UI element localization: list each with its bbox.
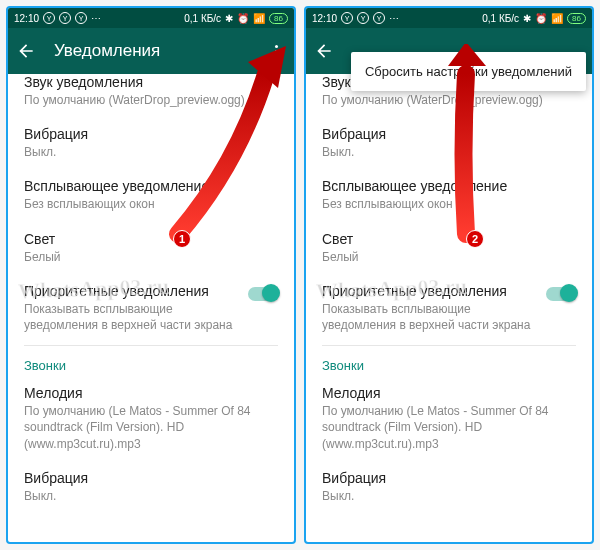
back-icon[interactable] [16, 41, 36, 61]
bluetooth-icon: ✱ [523, 13, 531, 24]
phone-left: 12:10 Y Y Y ⋯ 0,1 КБ/с ✱ ⏰ 📶 86 Уведомле… [6, 6, 296, 544]
annotation-badge-1: 1 [173, 230, 191, 248]
row-ringtone[interactable]: Мелодия По умолчанию (Le Matos - Summer … [24, 375, 278, 460]
priority-toggle[interactable] [248, 287, 278, 301]
row-sub: По умолчанию (WaterDrop_preview.ogg) [322, 92, 576, 108]
row-sub: По умолчанию (Le Matos - Summer Of 84 so… [24, 403, 278, 452]
row-sub: Показывать всплывающие уведомления в вер… [24, 301, 238, 333]
row-popup-notification[interactable]: Всплывающее уведомление Без всплывающих … [24, 168, 278, 220]
row-sub: Выкл. [24, 488, 278, 504]
row-priority-notifications[interactable]: Приоритетные уведомления Показывать вспл… [24, 273, 278, 341]
signal-icon: 📶 [551, 13, 563, 24]
row-sub: Выкл. [322, 144, 576, 160]
status-icon: Y [43, 12, 55, 24]
status-ellipsis: ⋯ [91, 13, 101, 24]
alarm-icon: ⏰ [535, 13, 547, 24]
settings-list: Звук уведомления По умолчанию (WaterDrop… [8, 74, 294, 542]
section-header-calls: Звонки [24, 348, 278, 375]
row-priority-notifications[interactable]: Приоритетные уведомления Показывать вспл… [322, 273, 576, 341]
row-vibration[interactable]: Вибрация Выкл. [322, 116, 576, 168]
status-net-speed: 0,1 КБ/с [184, 13, 221, 24]
signal-icon: 📶 [253, 13, 265, 24]
row-label: Всплывающее уведомление [322, 178, 576, 194]
page-title: Уведомления [54, 41, 160, 61]
status-time: 12:10 [312, 13, 337, 24]
overflow-menu-button[interactable] [266, 41, 286, 61]
row-vibration-calls[interactable]: Вибрация Выкл. [24, 460, 278, 512]
row-label: Вибрация [24, 470, 278, 486]
back-icon[interactable] [314, 41, 334, 61]
row-label: Вибрация [322, 470, 576, 486]
row-ringtone[interactable]: Мелодия По умолчанию (Le Matos - Summer … [322, 375, 576, 460]
row-label: Приоритетные уведомления [322, 283, 536, 299]
settings-list: Звук уведомления По умолчанию (WaterDrop… [306, 74, 592, 542]
status-bar: 12:10 Y Y Y ⋯ 0,1 КБ/с ✱ ⏰ 📶 86 [306, 8, 592, 28]
app-bar: Сбросить настройки уведомлений [306, 28, 592, 74]
divider [24, 345, 278, 346]
row-sub: Без всплывающих окон [24, 196, 278, 212]
alarm-icon: ⏰ [237, 13, 249, 24]
status-icon: Y [341, 12, 353, 24]
row-sub: Белый [322, 249, 576, 265]
status-icon: Y [373, 12, 385, 24]
status-icon: Y [357, 12, 369, 24]
battery-icon: 86 [269, 13, 288, 24]
row-vibration[interactable]: Вибрация Выкл. [24, 116, 278, 168]
priority-toggle[interactable] [546, 287, 576, 301]
app-bar: Уведомления [8, 28, 294, 74]
bluetooth-icon: ✱ [225, 13, 233, 24]
row-light[interactable]: Свет Белый [24, 221, 278, 273]
row-popup-notification[interactable]: Всплывающее уведомление Без всплывающих … [322, 168, 576, 220]
row-sub: Показывать всплывающие уведомления в вер… [322, 301, 536, 333]
row-sub: Без всплывающих окон [322, 196, 576, 212]
row-sub: По умолчанию (WaterDrop_preview.ogg) [24, 92, 278, 108]
row-label: Мелодия [24, 385, 278, 401]
row-label: Звук уведомления [24, 74, 278, 90]
annotation-badge-2: 2 [466, 230, 484, 248]
row-label: Свет [322, 231, 576, 247]
section-header-calls: Звонки [322, 348, 576, 375]
row-label: Вибрация [24, 126, 278, 142]
phone-right: 12:10 Y Y Y ⋯ 0,1 КБ/с ✱ ⏰ 📶 86 Сбросить… [304, 6, 594, 544]
status-icon: Y [75, 12, 87, 24]
row-label: Всплывающее уведомление [24, 178, 278, 194]
row-sub: По умолчанию (Le Matos - Summer Of 84 so… [322, 403, 576, 452]
row-sub: Выкл. [24, 144, 278, 160]
row-notification-sound[interactable]: Звук уведомления По умолчанию (WaterDrop… [24, 74, 278, 116]
row-sub: Белый [24, 249, 278, 265]
status-bar: 12:10 Y Y Y ⋯ 0,1 КБ/с ✱ ⏰ 📶 86 [8, 8, 294, 28]
divider [322, 345, 576, 346]
status-ellipsis: ⋯ [389, 13, 399, 24]
status-time: 12:10 [14, 13, 39, 24]
row-label: Свет [24, 231, 278, 247]
battery-icon: 86 [567, 13, 586, 24]
row-label: Мелодия [322, 385, 576, 401]
row-sub: Выкл. [322, 488, 576, 504]
row-vibration-calls[interactable]: Вибрация Выкл. [322, 460, 576, 512]
row-label: Приоритетные уведомления [24, 283, 238, 299]
menu-popup-reset[interactable]: Сбросить настройки уведомлений [351, 52, 586, 91]
status-net-speed: 0,1 КБ/с [482, 13, 519, 24]
row-label: Вибрация [322, 126, 576, 142]
row-light[interactable]: Свет Белый [322, 221, 576, 273]
status-icon: Y [59, 12, 71, 24]
